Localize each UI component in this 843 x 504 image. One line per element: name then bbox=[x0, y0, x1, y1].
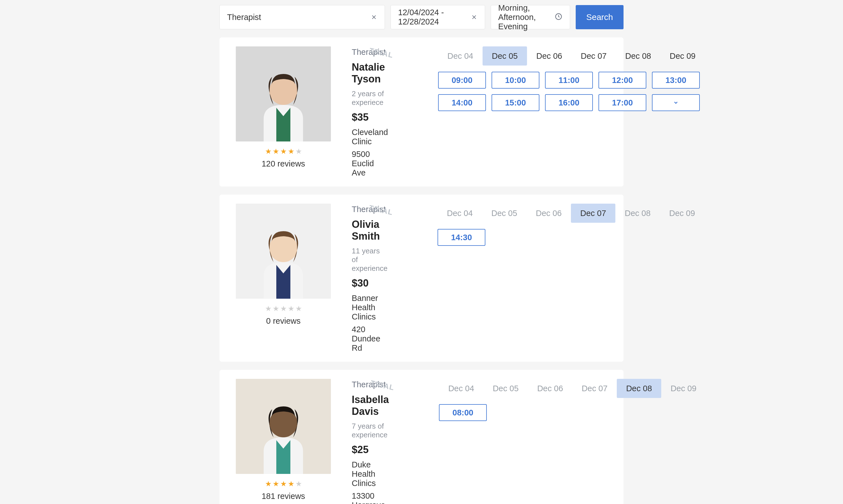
doctor-name[interactable]: Natalie Tyson bbox=[352, 61, 388, 85]
doctor-photo[interactable] bbox=[236, 204, 331, 299]
expand-times-button[interactable] bbox=[652, 94, 700, 111]
star-icon: ★ bbox=[280, 480, 287, 488]
clinic-name: Banner Health Clinics bbox=[352, 294, 387, 322]
close-icon bbox=[371, 14, 377, 20]
clinic-name: Cleveland Clinic bbox=[352, 128, 388, 146]
doctor-card: ★★★★★ 0 reviews TRIAL Therapist Olivia S… bbox=[219, 195, 624, 362]
star-icon: ★ bbox=[280, 147, 287, 156]
date-tabs: Dec 04Dec 05Dec 06Dec 07Dec 08Dec 09 bbox=[438, 204, 704, 223]
date-tab[interactable]: Dec 08 bbox=[617, 379, 661, 398]
star-icon: ★ bbox=[273, 147, 279, 156]
date-tab[interactable]: Dec 09 bbox=[661, 379, 706, 398]
specialty-input[interactable]: Therapist bbox=[227, 13, 261, 22]
reviews-count: 0 reviews bbox=[266, 317, 301, 326]
date-range-input-wrapper[interactable]: 12/04/2024 - 12/28/2024 bbox=[390, 5, 485, 29]
price-label: $25 bbox=[352, 444, 389, 456]
date-tab[interactable]: Dec 04 bbox=[438, 204, 482, 223]
star-icon: ★ bbox=[265, 147, 271, 156]
time-slot-button[interactable]: 17:00 bbox=[598, 94, 646, 111]
date-tab[interactable]: Dec 08 bbox=[615, 204, 660, 223]
clinic-address: 13300 Hargrave Rd bbox=[352, 491, 389, 504]
date-range-input[interactable]: 12/04/2024 - 12/28/2024 bbox=[398, 8, 477, 26]
date-tab[interactable]: Dec 04 bbox=[438, 47, 482, 66]
info-column: TRIAL Therapist Olivia Smith 11 years of… bbox=[352, 204, 387, 353]
chevron-down-icon bbox=[673, 100, 679, 106]
time-slot-button[interactable]: 09:00 bbox=[438, 72, 486, 89]
date-tab[interactable]: Dec 07 bbox=[571, 204, 615, 223]
doctor-photo[interactable] bbox=[236, 379, 331, 474]
specialty-input-wrapper[interactable]: Therapist bbox=[219, 5, 385, 29]
star-icon: ★ bbox=[288, 147, 294, 156]
time-slot-button[interactable]: 12:00 bbox=[598, 72, 646, 89]
slots-column: Dec 04Dec 05Dec 06Dec 07Dec 08Dec 09 08:… bbox=[431, 379, 706, 504]
doctor-name[interactable]: Olivia Smith bbox=[352, 218, 387, 242]
date-tab[interactable]: Dec 05 bbox=[484, 379, 528, 398]
doctor-card: ★★★★★ 120 reviews TRIAL Therapist Natali… bbox=[219, 37, 624, 186]
date-tab[interactable]: Dec 09 bbox=[660, 204, 704, 223]
star-icon: ★ bbox=[288, 480, 294, 488]
price-label: $30 bbox=[352, 277, 387, 289]
slots-column: Dec 04Dec 05Dec 06Dec 07Dec 08Dec 09 09:… bbox=[430, 47, 705, 178]
time-of-day-input[interactable]: Morning, Afternoon, Evening bbox=[498, 3, 555, 31]
time-of-day-input-wrapper[interactable]: Morning, Afternoon, Evening bbox=[491, 5, 570, 29]
clear-specialty-button[interactable] bbox=[370, 13, 378, 21]
experience-label: 11 years of experience bbox=[352, 247, 387, 273]
time-slots: 09:0010:0011:0012:0013:0014:0015:0016:00… bbox=[438, 72, 705, 111]
clinic-address: 420 Dundee Rd bbox=[352, 325, 387, 353]
date-tab[interactable]: Dec 07 bbox=[572, 379, 617, 398]
clinic-name: Duke Health Clinics bbox=[352, 460, 389, 488]
date-tab[interactable]: Dec 06 bbox=[528, 379, 572, 398]
date-tab[interactable]: Dec 08 bbox=[616, 47, 661, 66]
star-icon: ★ bbox=[288, 304, 294, 313]
time-slot-button[interactable]: 11:00 bbox=[545, 72, 593, 89]
star-icon: ★ bbox=[265, 304, 271, 313]
clinic-address: 9500 Euclid Ave bbox=[352, 150, 388, 178]
doctor-photo[interactable] bbox=[236, 47, 331, 142]
rating-stars: ★★★★★ bbox=[265, 480, 302, 488]
doctor-photo-placeholder bbox=[247, 57, 320, 142]
doctor-photo-placeholder bbox=[247, 214, 320, 299]
star-icon: ★ bbox=[273, 480, 279, 488]
trial-badge: TRIAL bbox=[369, 379, 395, 392]
date-tab[interactable]: Dec 05 bbox=[482, 47, 527, 66]
date-tab[interactable]: Dec 06 bbox=[526, 204, 571, 223]
experience-label: 7 years of experience bbox=[352, 422, 389, 439]
rating-stars: ★★★★★ bbox=[265, 304, 302, 313]
photo-column: ★★★★★ 0 reviews bbox=[236, 204, 331, 353]
date-tab[interactable]: Dec 04 bbox=[439, 379, 484, 398]
price-label: $35 bbox=[352, 111, 388, 123]
reviews-count: 120 reviews bbox=[262, 159, 305, 168]
photo-column: ★★★★★ 181 reviews bbox=[236, 379, 331, 504]
slots-column: Dec 04Dec 05Dec 06Dec 07Dec 08Dec 09 14:… bbox=[429, 204, 704, 353]
doctor-photo-placeholder bbox=[247, 390, 320, 474]
time-slot-button[interactable]: 10:00 bbox=[492, 72, 539, 89]
time-slot-button[interactable]: 08:00 bbox=[439, 404, 487, 421]
star-icon: ★ bbox=[280, 304, 287, 313]
trial-badge: TRIAL bbox=[368, 203, 394, 217]
date-tab[interactable]: Dec 07 bbox=[572, 47, 616, 66]
doctor-name[interactable]: Isabella Davis bbox=[352, 394, 389, 417]
time-slot-button[interactable]: 14:30 bbox=[438, 229, 485, 246]
time-slot-button[interactable]: 13:00 bbox=[652, 72, 700, 89]
date-tabs: Dec 04Dec 05Dec 06Dec 07Dec 08Dec 09 bbox=[439, 379, 706, 398]
time-slot-button[interactable]: 15:00 bbox=[492, 94, 539, 111]
star-icon: ★ bbox=[296, 147, 302, 156]
star-icon: ★ bbox=[296, 480, 302, 488]
info-column: TRIAL Therapist Isabella Davis 7 years o… bbox=[352, 379, 389, 504]
date-tab[interactable]: Dec 06 bbox=[527, 47, 572, 66]
time-slots: 14:30 bbox=[438, 229, 704, 246]
star-icon: ★ bbox=[296, 304, 302, 313]
time-slot-button[interactable]: 16:00 bbox=[545, 94, 593, 111]
doctor-card: ★★★★★ 181 reviews TRIAL Therapist Isabel… bbox=[219, 370, 624, 504]
star-icon: ★ bbox=[265, 480, 271, 488]
reviews-count: 181 reviews bbox=[262, 492, 305, 501]
date-tab[interactable]: Dec 05 bbox=[482, 204, 526, 223]
date-tab[interactable]: Dec 09 bbox=[661, 47, 705, 66]
experience-label: 2 years of experiece bbox=[352, 89, 388, 107]
info-column: TRIAL Therapist Natalie Tyson 2 years of… bbox=[352, 47, 388, 178]
search-button[interactable]: Search bbox=[576, 5, 624, 29]
close-icon bbox=[471, 14, 477, 20]
clear-daterange-button[interactable] bbox=[470, 13, 478, 21]
search-bar: Therapist 12/04/2024 - 12/28/2024 Mornin… bbox=[219, 5, 624, 29]
time-slot-button[interactable]: 14:00 bbox=[438, 94, 486, 111]
